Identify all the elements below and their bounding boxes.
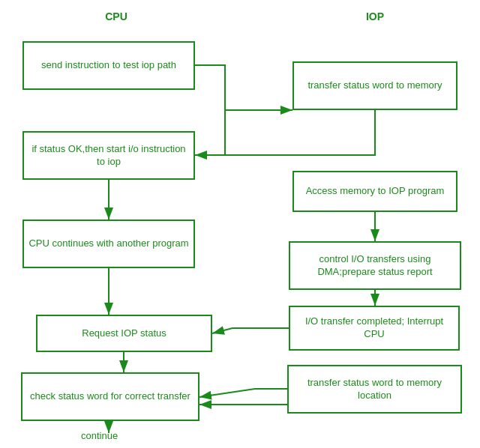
box-status-ok: if status OK,then start i/o instruction …	[22, 131, 195, 180]
box-access-memory: Access memory to IOP program	[292, 171, 458, 212]
box-send-instruction: send instruction to test iop path	[22, 41, 195, 90]
box-check-status: check status word for correct transfer	[21, 372, 200, 421]
box-cpu-continues: CPU continues with another program	[22, 220, 195, 268]
continue-label: continue	[81, 430, 118, 441]
box-transfer-status-location: transfer status word to memory location	[287, 365, 462, 414]
cpu-label: CPU	[79, 10, 154, 22]
box-request-iop: Request IOP status	[36, 315, 212, 352]
box-control-io: control I/O transfers using DMA;prepare …	[289, 241, 461, 290]
iop-label: IOP	[338, 10, 412, 22]
box-transfer-status-memory: transfer status word to memory	[292, 61, 458, 110]
box-io-completed: I/O transfer completed; Interrupt CPU	[289, 306, 460, 351]
flowchart: CPU IOP send instruction to test iop pat…	[0, 0, 480, 448]
